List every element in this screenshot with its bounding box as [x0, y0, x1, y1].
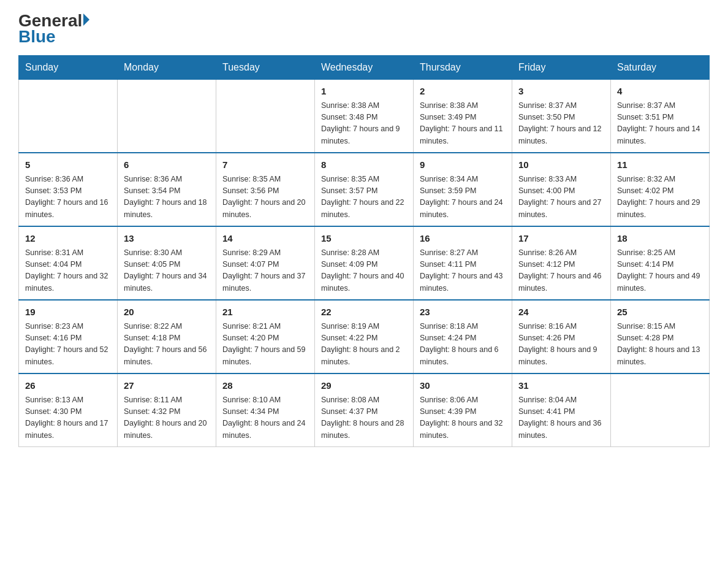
day-number: 20: [124, 305, 210, 320]
calendar-day-cell: 15Sunrise: 8:28 AM Sunset: 4:09 PM Dayli…: [315, 226, 414, 300]
day-number: 28: [222, 379, 308, 393]
day-number: 11: [617, 158, 703, 172]
day-info: Sunrise: 8:18 AM Sunset: 4:24 PM Dayligh…: [420, 321, 506, 369]
day-info: Sunrise: 8:25 AM Sunset: 4:14 PM Dayligh…: [617, 247, 703, 295]
calendar-day-cell: 16Sunrise: 8:27 AM Sunset: 4:11 PM Dayli…: [414, 226, 512, 300]
day-number: 24: [518, 305, 604, 320]
day-info: Sunrise: 8:31 AM Sunset: 4:04 PM Dayligh…: [25, 247, 111, 295]
calendar-day-cell: 6Sunrise: 8:36 AM Sunset: 3:54 PM Daylig…: [118, 153, 216, 226]
day-number: 19: [25, 305, 111, 320]
day-number: 15: [321, 232, 407, 246]
day-of-week-header: Monday: [118, 56, 216, 80]
calendar-week-row: 26Sunrise: 8:13 AM Sunset: 4:30 PM Dayli…: [19, 373, 710, 447]
calendar-day-cell: 2Sunrise: 8:38 AM Sunset: 3:49 PM Daylig…: [414, 80, 512, 153]
day-number: 3: [518, 85, 604, 99]
calendar-day-cell: 3Sunrise: 8:37 AM Sunset: 3:50 PM Daylig…: [512, 80, 611, 153]
day-info: Sunrise: 8:13 AM Sunset: 4:30 PM Dayligh…: [25, 394, 111, 442]
day-info: Sunrise: 8:28 AM Sunset: 4:09 PM Dayligh…: [321, 247, 407, 295]
calendar-day-cell: 1Sunrise: 8:38 AM Sunset: 3:48 PM Daylig…: [315, 80, 414, 153]
day-info: Sunrise: 8:27 AM Sunset: 4:11 PM Dayligh…: [420, 247, 506, 295]
calendar-day-cell: 25Sunrise: 8:15 AM Sunset: 4:28 PM Dayli…: [611, 300, 710, 373]
calendar-week-row: 5Sunrise: 8:36 AM Sunset: 3:53 PM Daylig…: [19, 153, 710, 226]
day-number: 2: [420, 85, 506, 99]
day-info: Sunrise: 8:21 AM Sunset: 4:20 PM Dayligh…: [222, 321, 308, 369]
calendar-week-row: 12Sunrise: 8:31 AM Sunset: 4:04 PM Dayli…: [19, 226, 710, 300]
calendar-day-cell: 8Sunrise: 8:35 AM Sunset: 3:57 PM Daylig…: [315, 153, 414, 226]
day-number: 23: [420, 305, 506, 320]
logo-blue-text: Blue: [18, 27, 56, 46]
day-info: Sunrise: 8:38 AM Sunset: 3:48 PM Dayligh…: [321, 100, 407, 148]
calendar-day-cell: 13Sunrise: 8:30 AM Sunset: 4:05 PM Dayli…: [118, 226, 216, 300]
calendar-day-cell: 20Sunrise: 8:22 AM Sunset: 4:18 PM Dayli…: [118, 300, 216, 373]
day-info: Sunrise: 8:08 AM Sunset: 4:37 PM Dayligh…: [321, 394, 407, 442]
day-of-week-header: Sunday: [19, 56, 118, 80]
day-info: Sunrise: 8:23 AM Sunset: 4:16 PM Dayligh…: [25, 321, 111, 369]
day-number: 14: [222, 232, 308, 246]
calendar-day-cell: 26Sunrise: 8:13 AM Sunset: 4:30 PM Dayli…: [19, 373, 118, 447]
calendar-day-cell: 9Sunrise: 8:34 AM Sunset: 3:59 PM Daylig…: [414, 153, 512, 226]
day-number: 7: [222, 158, 308, 172]
calendar-table: SundayMondayTuesdayWednesdayThursdayFrid…: [18, 55, 710, 447]
day-info: Sunrise: 8:29 AM Sunset: 4:07 PM Dayligh…: [222, 247, 308, 295]
day-info: Sunrise: 8:04 AM Sunset: 4:41 PM Dayligh…: [518, 394, 604, 442]
calendar-day-cell: 21Sunrise: 8:21 AM Sunset: 4:20 PM Dayli…: [216, 300, 315, 373]
day-number: 25: [617, 305, 703, 320]
day-number: 21: [222, 305, 308, 320]
calendar-day-cell: 7Sunrise: 8:35 AM Sunset: 3:56 PM Daylig…: [216, 153, 315, 226]
day-number: 13: [124, 232, 210, 246]
calendar-day-cell: 18Sunrise: 8:25 AM Sunset: 4:14 PM Dayli…: [611, 226, 710, 300]
day-number: 17: [518, 232, 604, 246]
calendar-day-cell: 31Sunrise: 8:04 AM Sunset: 4:41 PM Dayli…: [512, 373, 611, 447]
day-info: Sunrise: 8:36 AM Sunset: 3:53 PM Dayligh…: [25, 174, 111, 221]
calendar-day-cell: 17Sunrise: 8:26 AM Sunset: 4:12 PM Dayli…: [512, 226, 611, 300]
day-of-week-header: Wednesday: [315, 56, 414, 80]
day-number: 16: [420, 232, 506, 246]
calendar-day-cell: [19, 80, 118, 153]
calendar-header-row: SundayMondayTuesdayWednesdayThursdayFrid…: [19, 56, 710, 80]
day-info: Sunrise: 8:30 AM Sunset: 4:05 PM Dayligh…: [124, 247, 210, 295]
day-number: 9: [420, 158, 506, 172]
day-info: Sunrise: 8:15 AM Sunset: 4:28 PM Dayligh…: [617, 321, 703, 369]
calendar-day-cell: 19Sunrise: 8:23 AM Sunset: 4:16 PM Dayli…: [19, 300, 118, 373]
day-number: 4: [617, 85, 703, 99]
calendar-day-cell: 12Sunrise: 8:31 AM Sunset: 4:04 PM Dayli…: [19, 226, 118, 300]
page-header: General Blue: [18, 12, 710, 45]
day-number: 1: [321, 85, 407, 99]
calendar-day-cell: 4Sunrise: 8:37 AM Sunset: 3:51 PM Daylig…: [611, 80, 710, 153]
calendar-day-cell: [216, 80, 315, 153]
calendar-day-cell: 11Sunrise: 8:32 AM Sunset: 4:02 PM Dayli…: [611, 153, 710, 226]
day-info: Sunrise: 8:32 AM Sunset: 4:02 PM Dayligh…: [617, 174, 703, 221]
day-info: Sunrise: 8:37 AM Sunset: 3:50 PM Dayligh…: [518, 100, 604, 148]
calendar-day-cell: 10Sunrise: 8:33 AM Sunset: 4:00 PM Dayli…: [512, 153, 611, 226]
day-number: 12: [25, 232, 111, 246]
day-of-week-header: Saturday: [611, 56, 710, 80]
day-of-week-header: Thursday: [414, 56, 512, 80]
calendar-day-cell: 30Sunrise: 8:06 AM Sunset: 4:39 PM Dayli…: [414, 373, 512, 447]
day-info: Sunrise: 8:35 AM Sunset: 3:57 PM Dayligh…: [321, 174, 407, 221]
day-number: 26: [25, 379, 111, 393]
logo: General Blue: [18, 12, 89, 45]
day-of-week-header: Friday: [512, 56, 611, 80]
day-number: 10: [518, 158, 604, 172]
calendar-week-row: 1Sunrise: 8:38 AM Sunset: 3:48 PM Daylig…: [19, 80, 710, 153]
day-info: Sunrise: 8:26 AM Sunset: 4:12 PM Dayligh…: [518, 247, 604, 295]
day-info: Sunrise: 8:11 AM Sunset: 4:32 PM Dayligh…: [124, 394, 210, 442]
calendar-day-cell: 23Sunrise: 8:18 AM Sunset: 4:24 PM Dayli…: [414, 300, 512, 373]
day-number: 6: [124, 158, 210, 172]
day-number: 27: [124, 379, 210, 393]
calendar-day-cell: 29Sunrise: 8:08 AM Sunset: 4:37 PM Dayli…: [315, 373, 414, 447]
calendar-day-cell: 22Sunrise: 8:19 AM Sunset: 4:22 PM Dayli…: [315, 300, 414, 373]
calendar-day-cell: 5Sunrise: 8:36 AM Sunset: 3:53 PM Daylig…: [19, 153, 118, 226]
day-info: Sunrise: 8:34 AM Sunset: 3:59 PM Dayligh…: [420, 174, 506, 221]
calendar-day-cell: 14Sunrise: 8:29 AM Sunset: 4:07 PM Dayli…: [216, 226, 315, 300]
day-info: Sunrise: 8:38 AM Sunset: 3:49 PM Dayligh…: [420, 100, 506, 148]
day-number: 5: [25, 158, 111, 172]
day-number: 30: [420, 379, 506, 393]
day-info: Sunrise: 8:19 AM Sunset: 4:22 PM Dayligh…: [321, 321, 407, 369]
calendar-day-cell: 24Sunrise: 8:16 AM Sunset: 4:26 PM Dayli…: [512, 300, 611, 373]
calendar-week-row: 19Sunrise: 8:23 AM Sunset: 4:16 PM Dayli…: [19, 300, 710, 373]
day-info: Sunrise: 8:16 AM Sunset: 4:26 PM Dayligh…: [518, 321, 604, 369]
day-info: Sunrise: 8:10 AM Sunset: 4:34 PM Dayligh…: [222, 394, 308, 442]
day-number: 18: [617, 232, 703, 246]
calendar-day-cell: [611, 373, 710, 447]
